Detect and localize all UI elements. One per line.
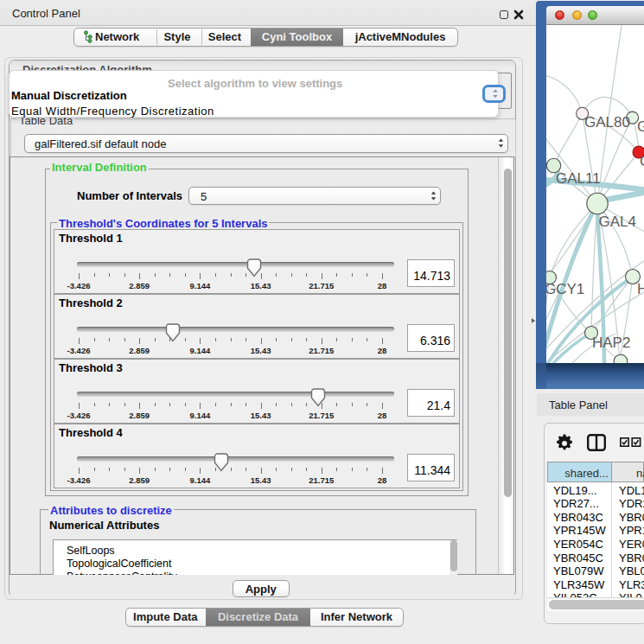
svg-text:HAP2: HAP2 [592, 335, 630, 351]
svg-text:C: C [640, 153, 644, 169]
svg-text:H: H [637, 281, 644, 297]
svg-text:GAL80: GAL80 [584, 114, 630, 131]
svg-text:GAL4: GAL4 [599, 214, 636, 230]
svg-text:GAL11: GAL11 [556, 170, 601, 187]
svg-text:GA: GA [637, 118, 644, 135]
svg-text:GCY1: GCY1 [546, 281, 584, 297]
